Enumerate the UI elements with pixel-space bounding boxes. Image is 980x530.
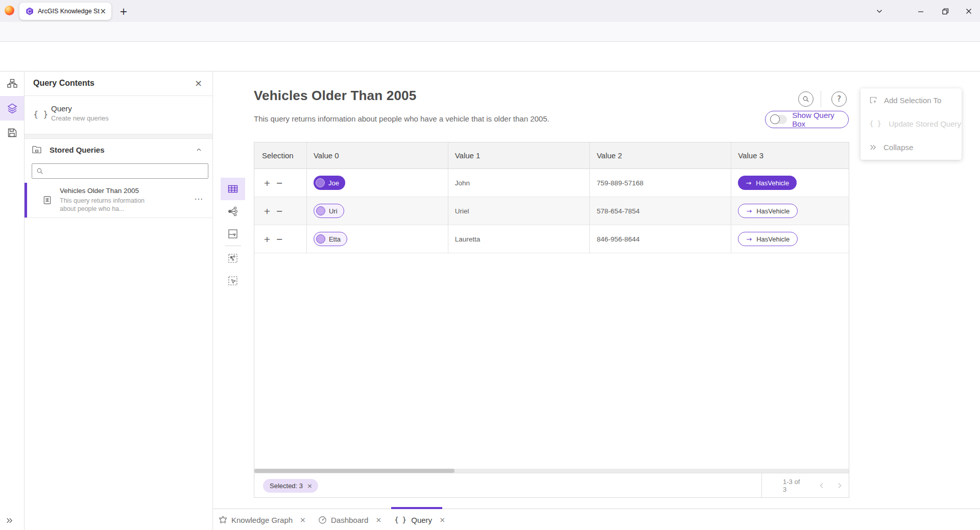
menu-item-collapse[interactable]: Collapse <box>861 135 962 159</box>
relationship-pill[interactable]: →HasVehicle <box>738 176 797 190</box>
search-icon <box>802 95 809 103</box>
item-options-icon[interactable]: ··· <box>195 195 203 204</box>
selected-count-label: Selected: 3 <box>270 482 303 490</box>
tab-list-chevron-icon[interactable] <box>873 5 886 17</box>
panel-close-icon[interactable]: × <box>195 78 202 88</box>
rail-item-save[interactable] <box>0 121 24 145</box>
toggle-knob[interactable] <box>770 114 780 124</box>
next-page-button[interactable] <box>831 483 849 489</box>
stored-query-item[interactable]: Vehicles Older Than 2005 This query retu… <box>25 183 212 218</box>
search-input[interactable] <box>47 167 204 175</box>
close-tab-icon[interactable]: × <box>439 516 445 524</box>
browser-tab[interactable]: ArcGIS Knowledge Studio × <box>19 3 111 20</box>
panel-separator <box>25 134 212 139</box>
add-to-selection-button[interactable]: + <box>262 178 272 188</box>
column-header-value0[interactable]: Value 0 <box>307 142 448 168</box>
entity-pill[interactable]: Uri <box>314 204 344 218</box>
column-header-value2[interactable]: Value 2 <box>590 142 731 168</box>
new-tab-button[interactable]: + <box>117 5 130 18</box>
entity-pill[interactable]: Etta <box>314 232 347 246</box>
query-create-item[interactable]: { } Query Create new queries <box>25 96 212 134</box>
close-tab-icon[interactable]: × <box>300 516 306 524</box>
search-button[interactable] <box>798 91 814 107</box>
panel-header: Query Contents × <box>25 71 212 96</box>
map-icon <box>228 229 238 239</box>
add-to-selection-button[interactable]: + <box>262 234 272 244</box>
cell-value2[interactable]: 578-654-7854 <box>590 197 731 225</box>
view-table-button[interactable] <box>221 178 245 200</box>
cell-value2[interactable]: 759-889-57168 <box>590 169 731 197</box>
close-tab-icon[interactable]: × <box>375 516 381 524</box>
relationship-pill[interactable]: →HasVehicle <box>738 204 798 218</box>
add-to-selection-button[interactable]: + <box>262 206 272 216</box>
cell-value1[interactable]: John <box>448 169 590 197</box>
query-item-title: Query <box>51 104 72 113</box>
braces-icon: { } <box>33 109 49 119</box>
cell-value1[interactable]: Lauretta <box>448 225 590 253</box>
table-row[interactable]: + − Joe John 759-889-57168 →HasVehicle <box>254 169 849 197</box>
page-description: This query returns information about peo… <box>254 114 549 123</box>
bottom-tab-bar: Knowledge Graph × Dashboard × { } Query … <box>213 509 980 530</box>
prev-page-button[interactable] <box>813 483 831 489</box>
cell-value1[interactable]: Uriel <box>448 197 590 225</box>
table-row[interactable]: + − Etta Lauretta 846-956-8644 →HasVehic… <box>254 225 849 253</box>
horizontal-scrollbar[interactable] <box>254 469 849 473</box>
show-query-box-toggle[interactable]: Show Query Box <box>765 111 849 128</box>
query-results-table: Selection Value 0 Value 1 Value 2 Value … <box>254 142 849 498</box>
window-restore-button[interactable] <box>939 5 952 17</box>
select-area-icon <box>228 276 238 286</box>
browser-tab-bar: ArcGIS Knowledge Studio × + <box>0 0 980 22</box>
stored-queries-title: Stored Queries <box>50 146 105 154</box>
tab-dashboard[interactable]: Dashboard × <box>318 509 381 530</box>
view-link-chart-button[interactable] <box>221 200 245 223</box>
left-rail <box>0 71 25 530</box>
rail-item-data-model[interactable] <box>0 71 24 96</box>
save-icon <box>7 128 17 138</box>
selection-tool-button[interactable] <box>221 270 245 292</box>
column-header-value1[interactable]: Value 1 <box>448 142 590 168</box>
relationship-pill[interactable]: →HasVehicle <box>738 232 798 246</box>
column-header-selection[interactable]: Selection <box>254 142 307 168</box>
remove-from-selection-button[interactable]: − <box>274 178 284 188</box>
remove-from-selection-button[interactable]: − <box>274 206 284 216</box>
tab-knowledge-graph[interactable]: Knowledge Graph × <box>219 509 306 530</box>
stored-query-icon <box>43 196 52 205</box>
tab-close-icon[interactable]: × <box>100 7 106 16</box>
double-chevron-right-icon <box>6 517 13 524</box>
column-header-value3[interactable]: Value 3 <box>731 142 849 168</box>
rail-item-contents[interactable] <box>0 96 24 121</box>
chevron-up-icon[interactable] <box>196 147 202 153</box>
entity-dot-icon <box>316 178 325 187</box>
stored-queries-search[interactable] <box>32 163 208 179</box>
remove-from-selection-button[interactable]: − <box>274 234 284 244</box>
menu-item-add-selection-to[interactable]: Add Selection To <box>861 88 962 112</box>
selected-indicator <box>25 183 27 218</box>
selection-to-link-chart-icon <box>228 253 238 263</box>
selected-count-chip[interactable]: Selected: 3 × <box>263 479 318 493</box>
firefox-icon[interactable] <box>5 6 14 15</box>
knowledge-graph-icon <box>219 516 227 524</box>
arcgis-logo-icon <box>26 7 34 15</box>
clear-selection-icon[interactable]: × <box>307 482 313 490</box>
view-map-button[interactable] <box>221 223 245 245</box>
help-button[interactable]: ? <box>831 91 847 107</box>
tab-query[interactable]: { } Query × <box>394 509 445 530</box>
stored-queries-header[interactable]: Stored Queries <box>25 139 212 162</box>
scrollbar-thumb[interactable] <box>254 469 455 473</box>
table-row[interactable]: + − Uri Uriel 578-654-7854 →HasVehicle <box>254 197 849 225</box>
expand-rail-button[interactable] <box>3 515 15 526</box>
screen: ArcGIS Knowledge Studio × + <box>0 0 980 530</box>
window-minimize-button[interactable] <box>914 5 927 17</box>
question-icon: ? <box>837 94 841 104</box>
dashboard-icon <box>318 516 327 524</box>
new-link-chart-from-selection-button[interactable] <box>221 247 245 270</box>
cell-value2[interactable]: 846-956-8644 <box>590 225 731 253</box>
toggle-track[interactable] <box>771 115 787 124</box>
page-range-label: 1-3 of 3 <box>783 478 804 493</box>
window-close-button[interactable] <box>962 5 975 17</box>
double-chevron-right-icon <box>869 143 877 151</box>
entity-pill[interactable]: Joe <box>314 176 345 190</box>
link-chart-icon <box>228 206 238 216</box>
braces-icon: { } <box>869 119 882 128</box>
entity-dot-icon <box>316 206 325 215</box>
